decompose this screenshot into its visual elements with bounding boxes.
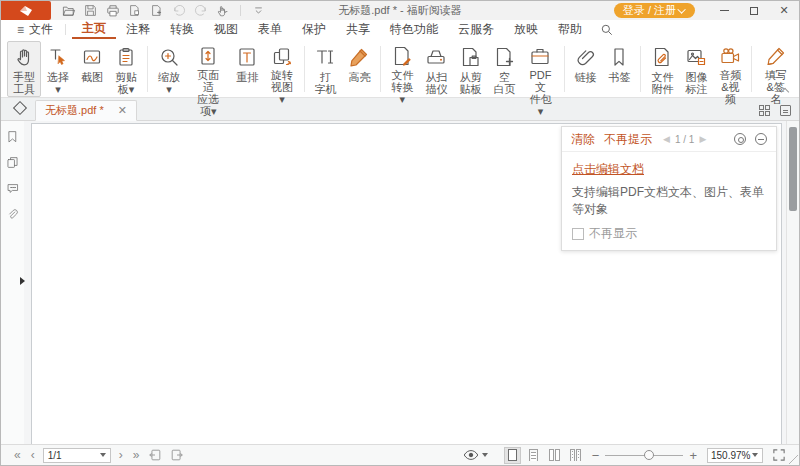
select-button[interactable]: 选择 ▾ [41,41,75,97]
zoom-slider[interactable] [605,450,683,461]
tab-grid-view-icon[interactable] [759,105,770,116]
tab-comment[interactable]: 注释 [116,20,160,39]
tab-close-icon[interactable]: ✕ [118,105,127,116]
new-document-icon[interactable] [149,3,164,18]
foxit-kite-icon [19,5,33,17]
highlight-button[interactable]: 高亮 [342,41,376,97]
print-icon[interactable] [105,3,120,18]
zoom-in-button[interactable]: + [683,449,703,462]
zoom-button[interactable]: 缩放 ▾ [152,41,186,97]
attachments-panel-icon[interactable] [5,207,20,222]
close-button[interactable]: ✕ [769,1,799,20]
assistive-view-button[interactable] [463,449,492,461]
panel-pager-value: 1 / 1 [675,134,694,145]
first-page-icon[interactable]: « [9,449,26,461]
panel-collapse-icon[interactable] [755,133,767,145]
rotate-view-button[interactable]: 旋转 视图▾ [264,41,299,97]
fit-page-button[interactable]: 页面适 应选项▾ [186,41,230,97]
switch-tab-icon[interactable] [780,105,791,116]
dont-show-checkbox-row[interactable]: 不再显示 [572,225,766,242]
pages-panel-icon[interactable] [5,155,20,170]
image-annotation-button[interactable]: 图像 标注 [679,41,713,97]
search-button[interactable] [592,20,621,39]
minimize-button[interactable] [709,1,739,20]
next-page-icon[interactable]: › [114,449,128,461]
document-tab[interactable]: 无标题.pdf * ✕ [35,100,137,121]
file-attachment-button[interactable]: 文件 附件 [645,41,679,97]
undo-icon[interactable] [171,3,186,18]
save-as-icon[interactable] [127,3,142,18]
zoom-slider-thumb[interactable] [644,450,654,460]
tab-present[interactable]: 放映 [504,20,548,39]
comments-panel-icon[interactable] [5,181,20,196]
tab-features[interactable]: 特色功能 [380,20,448,39]
tab-protect[interactable]: 保护 [292,20,336,39]
next-view-icon[interactable] [170,448,184,462]
touch-mode-icon[interactable] [215,3,230,18]
facing-view-button[interactable] [546,447,563,464]
typewriter-button[interactable]: 打 字机 [308,41,342,97]
tab-convert[interactable]: 转换 [160,20,204,39]
previous-view-icon[interactable] [148,448,162,462]
from-scanner-button[interactable]: 从扫 描仪 [419,41,453,97]
edit-document-link[interactable]: 点击编辑文档 [572,161,644,178]
audio-video-button[interactable]: 音频 &视频 [713,41,747,97]
clipboard-button[interactable]: 剪贴 板▾ [109,41,143,97]
from-clipboard-button[interactable]: 从剪 贴板 [453,41,487,97]
bookmark-button[interactable]: 书签 [602,41,636,97]
tab-form[interactable]: 表单 [248,20,292,39]
redo-icon[interactable] [193,3,208,18]
from-scanner-label: 从扫 描仪 [425,71,447,95]
panel-next-icon[interactable]: ▶ [699,134,706,144]
reflow-button[interactable]: 重排 [230,41,264,97]
dont-show-checkbox[interactable] [572,228,584,240]
maximize-button[interactable] [739,1,769,20]
bookmarks-panel-icon[interactable] [5,129,20,144]
tab-cloud[interactable]: 云服务 [448,20,504,39]
snapshot-icon [81,45,103,69]
tab-home[interactable]: 主页 [72,20,116,39]
quick-access-toolbar [61,3,266,18]
last-page-icon[interactable]: » [128,449,145,461]
save-icon[interactable] [83,3,98,18]
tab-view[interactable]: 视图 [204,20,248,39]
blank-page-button[interactable]: 空 白页 [487,41,521,97]
fill-sign-button[interactable]: 填写 &签名 [756,41,795,97]
open-file-icon[interactable] [61,3,76,18]
fill-sign-icon [765,45,787,67]
snapshot-button[interactable]: 截图 [75,41,109,97]
continuous-view-button[interactable] [525,447,542,464]
scrollbar-thumb[interactable] [789,127,797,211]
start-page-button[interactable] [9,97,31,119]
fullscreen-icon[interactable] [773,449,785,461]
document-tab-label: 无标题.pdf * [45,103,104,118]
tab-help[interactable]: 帮助 [548,20,592,39]
file-menu[interactable]: ≡ 文件 [11,20,59,39]
facing-continuous-view-button[interactable] [567,447,584,464]
previous-page-icon[interactable]: ‹ [26,449,40,461]
sidebar-expand-handle[interactable] [20,277,25,285]
panel-settings-icon[interactable] [734,133,746,145]
page-dropdown-icon[interactable] [100,453,106,457]
link-button[interactable]: 链接 [568,41,602,97]
collapse-ribbon-icon[interactable] [781,86,789,94]
convert-label: 文件 转换▾ [391,69,413,105]
hand-tool-button[interactable]: 手型 工具 [7,41,41,97]
tab-share[interactable]: 共享 [336,20,380,39]
page-number-input[interactable]: 1/1 [43,448,111,463]
pdf-portfolio-button[interactable]: PDF文 件包▾ [521,41,559,97]
panel-prev-icon[interactable]: ◀ [663,134,670,144]
login-register-button[interactable]: 登录 / 注册 [614,3,695,18]
resize-grip[interactable] [788,454,798,464]
zoom-out-button[interactable]: − [586,449,606,462]
dont-remind-button[interactable]: 不再提示 [604,131,652,148]
typewriter-label: 打 字机 [314,71,336,95]
vertical-scrollbar[interactable] [786,121,799,444]
clear-button[interactable]: 清除 [571,131,595,148]
single-page-view-button[interactable] [504,447,521,464]
zoom-dropdown-icon[interactable] [752,453,758,457]
foxit-logo[interactable] [1,1,51,20]
customize-toolbar-icon[interactable] [251,3,266,18]
convert-button[interactable]: 文件 转换▾ [385,41,419,97]
zoom-level-input[interactable]: 150.97% [707,448,763,463]
